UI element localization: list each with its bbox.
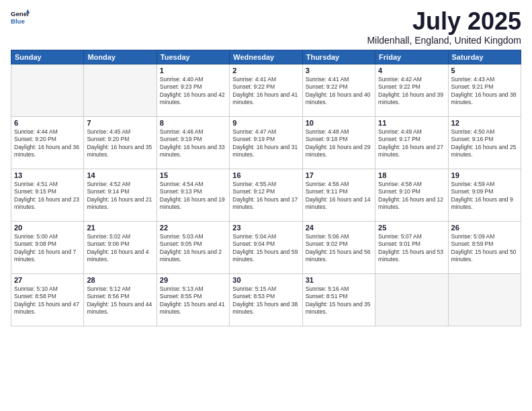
sunrise: Sunrise: 4:41 AM (232, 76, 276, 83)
day-number: 13 (14, 171, 81, 179)
daylight: Daylight: 16 hours and 23 minutes. (14, 196, 79, 210)
day-number: 9 (232, 119, 299, 127)
sunrise: Sunrise: 4:45 AM (87, 128, 130, 135)
calendar-cell: 2Sunrise: 4:41 AMSunset: 9:22 PMDaylight… (230, 64, 302, 116)
svg-text:Blue: Blue (11, 17, 25, 25)
calendar-cell: 21Sunrise: 5:02 AMSunset: 9:06 PMDayligh… (84, 221, 157, 273)
daylight: Daylight: 15 hours and 59 minutes. (232, 248, 298, 263)
calendar-week-1: 1Sunrise: 4:40 AMSunset: 9:23 PMDaylight… (11, 64, 521, 116)
main-title: July 2025 (367, 8, 521, 35)
sunset: Sunset: 9:18 PM (306, 136, 348, 142)
daylight: Daylight: 16 hours and 19 minutes. (160, 196, 225, 210)
calendar-cell: 20Sunrise: 5:00 AMSunset: 9:08 PMDayligh… (11, 221, 84, 273)
day-number: 28 (87, 276, 153, 284)
header-sunday: Sunday (11, 50, 84, 64)
day-info: Sunrise: 5:00 AMSunset: 9:08 PMDaylight:… (14, 233, 81, 264)
daylight: Daylight: 15 hours and 50 minutes. (451, 248, 517, 263)
calendar-cell: 22Sunrise: 5:03 AMSunset: 9:05 PMDayligh… (157, 221, 229, 273)
day-info: Sunrise: 4:42 AMSunset: 9:22 PMDaylight:… (378, 76, 445, 107)
calendar-cell: 15Sunrise: 4:54 AMSunset: 9:13 PMDayligh… (157, 169, 229, 221)
calendar-cell: 14Sunrise: 4:52 AMSunset: 9:14 PMDayligh… (84, 169, 157, 221)
day-info: Sunrise: 4:43 AMSunset: 9:21 PMDaylight:… (451, 76, 518, 107)
day-info: Sunrise: 5:04 AMSunset: 9:04 PMDaylight:… (232, 233, 299, 264)
day-info: Sunrise: 4:49 AMSunset: 9:17 PMDaylight:… (378, 128, 445, 159)
sunrise: Sunrise: 5:13 AM (160, 285, 204, 292)
calendar-cell: 8Sunrise: 4:46 AMSunset: 9:19 PMDaylight… (157, 116, 229, 169)
daylight: Daylight: 16 hours and 21 minutes. (87, 196, 152, 210)
daylight: Daylight: 15 hours and 53 minutes. (378, 248, 443, 263)
sunset: Sunset: 8:58 PM (14, 293, 56, 300)
day-number: 27 (14, 276, 81, 284)
sunset: Sunset: 9:14 PM (87, 188, 129, 195)
day-info: Sunrise: 4:58 AMSunset: 9:10 PMDaylight:… (378, 181, 445, 212)
sunset: Sunset: 9:20 PM (87, 136, 129, 142)
day-info: Sunrise: 5:16 AMSunset: 8:51 PMDaylight:… (306, 285, 372, 316)
day-number: 3 (306, 66, 372, 75)
calendar: Sunday Monday Tuesday Wednesday Thursday… (11, 50, 521, 326)
day-number: 1 (160, 66, 226, 75)
day-info: Sunrise: 4:55 AMSunset: 9:12 PMDaylight:… (232, 181, 299, 212)
subtitle: Mildenhall, England, United Kingdom (367, 35, 521, 46)
calendar-cell: 1Sunrise: 4:40 AMSunset: 9:23 PMDaylight… (157, 64, 229, 116)
day-number: 25 (378, 224, 445, 232)
weekday-header-row: Sunday Monday Tuesday Wednesday Thursday… (11, 50, 521, 64)
sunrise: Sunrise: 4:43 AM (451, 76, 495, 83)
sunset: Sunset: 9:22 PM (306, 83, 348, 90)
sunrise: Sunrise: 5:03 AM (160, 233, 204, 240)
day-info: Sunrise: 5:02 AMSunset: 9:06 PMDaylight:… (87, 233, 153, 264)
sunset: Sunset: 9:10 PM (378, 188, 420, 195)
day-number: 5 (451, 66, 518, 75)
calendar-cell (84, 64, 157, 116)
day-number: 14 (87, 171, 153, 179)
daylight: Daylight: 16 hours and 38 minutes. (451, 91, 517, 105)
sunset: Sunset: 9:17 PM (378, 136, 420, 142)
sunset: Sunset: 9:11 PM (306, 188, 348, 195)
daylight: Daylight: 15 hours and 41 minutes. (160, 301, 225, 315)
calendar-cell: 4Sunrise: 4:42 AMSunset: 9:22 PMDaylight… (375, 64, 448, 116)
day-info: Sunrise: 5:13 AMSunset: 8:55 PMDaylight:… (160, 285, 226, 316)
calendar-cell: 18Sunrise: 4:58 AMSunset: 9:10 PMDayligh… (375, 169, 448, 221)
calendar-cell: 7Sunrise: 4:45 AMSunset: 9:20 PMDaylight… (84, 116, 157, 169)
daylight: Daylight: 16 hours and 31 minutes. (232, 144, 298, 158)
sunrise: Sunrise: 5:16 AM (306, 285, 349, 292)
daylight: Daylight: 16 hours and 9 minutes. (451, 196, 513, 210)
sunset: Sunset: 9:15 PM (14, 188, 56, 195)
sunset: Sunset: 9:19 PM (232, 136, 275, 142)
daylight: Daylight: 16 hours and 36 minutes. (14, 144, 79, 158)
daylight: Daylight: 16 hours and 2 minutes. (160, 248, 222, 263)
page: General Blue July 2025 Mildenhall, Engla… (0, 0, 532, 411)
calendar-week-4: 20Sunrise: 5:00 AMSunset: 9:08 PMDayligh… (11, 221, 521, 273)
sunrise: Sunrise: 4:56 AM (306, 181, 349, 187)
day-info: Sunrise: 5:07 AMSunset: 9:01 PMDaylight:… (378, 233, 445, 264)
calendar-cell: 29Sunrise: 5:13 AMSunset: 8:55 PMDayligh… (157, 273, 229, 326)
calendar-cell: 30Sunrise: 5:15 AMSunset: 8:53 PMDayligh… (230, 273, 302, 326)
day-info: Sunrise: 4:54 AMSunset: 9:13 PMDaylight:… (160, 181, 226, 212)
calendar-cell (448, 273, 521, 326)
sunrise: Sunrise: 5:12 AM (87, 285, 130, 292)
day-number: 22 (160, 224, 226, 232)
header: General Blue July 2025 Mildenhall, Engla… (11, 8, 521, 46)
title-block: July 2025 Mildenhall, England, United Ki… (367, 8, 521, 46)
day-info: Sunrise: 4:41 AMSunset: 9:22 PMDaylight:… (306, 76, 372, 107)
sunrise: Sunrise: 4:58 AM (378, 181, 422, 187)
day-info: Sunrise: 4:52 AMSunset: 9:14 PMDaylight:… (87, 181, 153, 212)
calendar-cell: 19Sunrise: 4:59 AMSunset: 9:09 PMDayligh… (448, 169, 521, 221)
daylight: Daylight: 16 hours and 12 minutes. (378, 196, 443, 210)
day-number: 12 (451, 119, 518, 127)
day-number: 24 (306, 224, 372, 232)
day-info: Sunrise: 4:40 AMSunset: 9:23 PMDaylight:… (160, 76, 226, 107)
sunrise: Sunrise: 4:47 AM (232, 128, 276, 135)
day-number: 31 (306, 276, 372, 284)
daylight: Daylight: 16 hours and 4 minutes. (87, 248, 148, 263)
sunrise: Sunrise: 4:50 AM (451, 128, 495, 135)
day-number: 15 (160, 171, 226, 179)
day-info: Sunrise: 5:06 AMSunset: 9:02 PMDaylight:… (306, 233, 372, 264)
day-number: 4 (378, 66, 445, 75)
day-info: Sunrise: 5:12 AMSunset: 8:56 PMDaylight:… (87, 285, 153, 316)
calendar-cell: 3Sunrise: 4:41 AMSunset: 9:22 PMDaylight… (302, 64, 375, 116)
sunrise: Sunrise: 5:00 AM (14, 233, 58, 240)
sunset: Sunset: 9:22 PM (378, 83, 420, 90)
sunset: Sunset: 9:19 PM (160, 136, 202, 142)
sunrise: Sunrise: 4:40 AM (160, 76, 204, 83)
sunset: Sunset: 9:20 PM (14, 136, 56, 142)
